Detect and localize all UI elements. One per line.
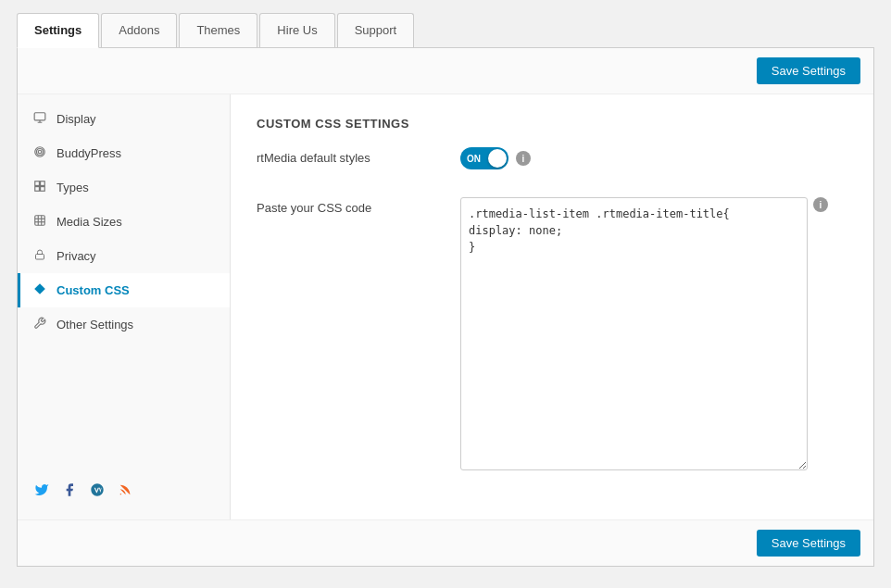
sidebar-item-other-settings[interactable]: Other Settings <box>18 307 230 342</box>
bottom-bar: Save Settings <box>18 519 873 566</box>
svg-rect-6 <box>35 187 40 192</box>
tab-settings[interactable]: Settings <box>17 13 99 48</box>
facebook-icon[interactable] <box>60 481 79 499</box>
wrench-icon <box>32 317 47 332</box>
save-settings-button-bottom[interactable]: Save Settings <box>757 530 860 557</box>
sidebar-item-buddypress[interactable]: BuddyPress <box>18 136 230 170</box>
svg-rect-4 <box>35 181 40 186</box>
toggle-on-label: ON <box>467 154 481 164</box>
tab-themes[interactable]: Themes <box>179 13 257 47</box>
lock-icon <box>32 248 47 264</box>
sidebar: Display BuddyPress Types <box>18 94 231 519</box>
svg-rect-7 <box>41 187 45 192</box>
top-bar: Save Settings <box>18 48 873 94</box>
svg-point-1 <box>38 150 42 154</box>
save-settings-button-top[interactable]: Save Settings <box>757 57 860 84</box>
css-code-label: Paste your CSS code <box>257 197 460 215</box>
sidebar-item-media-sizes[interactable]: Media Sizes <box>18 205 230 239</box>
tab-addons[interactable]: Addons <box>101 13 177 47</box>
types-icon <box>32 180 47 195</box>
wordpress-icon[interactable] <box>88 481 107 499</box>
diamond-icon <box>32 282 47 298</box>
svg-rect-0 <box>34 113 45 120</box>
tab-support[interactable]: Support <box>337 13 415 47</box>
rtmedia-default-styles-label: rtMedia default styles <box>257 147 460 165</box>
rss-icon[interactable] <box>116 481 134 499</box>
main-panel: Save Settings Display <box>17 48 874 567</box>
media-sizes-icon <box>32 214 47 230</box>
css-textarea[interactable]: .rtmedia-list-item .rtmedia-item-title{ … <box>460 197 808 470</box>
svg-rect-13 <box>36 255 44 260</box>
sidebar-item-types[interactable]: Types <box>18 170 230 205</box>
twitter-icon[interactable] <box>32 481 51 499</box>
section-title: CUSTOM CSS SETTINGS <box>257 117 847 131</box>
svg-rect-5 <box>41 181 45 186</box>
sidebar-item-display[interactable]: Display <box>18 102 230 136</box>
sidebar-item-privacy[interactable]: Privacy <box>18 239 230 273</box>
toggle-switch[interactable]: ON <box>460 147 508 169</box>
svg-marker-14 <box>34 283 45 294</box>
svg-rect-8 <box>35 216 45 226</box>
toggle-control: ON i <box>460 147 531 169</box>
rtmedia-default-styles-row: rtMedia default styles ON i <box>257 147 847 179</box>
svg-point-3 <box>37 149 44 156</box>
toggle-info-icon[interactable]: i <box>516 151 531 166</box>
css-textarea-wrap: .rtmedia-list-item .rtmedia-item-title{ … <box>460 197 828 470</box>
tab-hire-us[interactable]: Hire Us <box>259 13 334 47</box>
svg-point-15 <box>120 494 121 494</box>
toggle-background: ON <box>460 147 508 169</box>
toggle-knob <box>488 149 507 168</box>
sidebar-nav: Display BuddyPress Types <box>18 102 230 468</box>
monitor-icon <box>32 111 47 127</box>
social-icons <box>18 468 230 512</box>
buddypress-icon <box>32 145 47 161</box>
css-info-icon[interactable]: i <box>813 197 828 212</box>
css-code-row: Paste your CSS code .rtmedia-list-item .… <box>257 197 847 480</box>
tabs-bar: Settings Addons Themes Hire Us Support <box>17 13 874 48</box>
page-wrapper: Settings Addons Themes Hire Us Support S… <box>0 0 891 588</box>
content-area: Display BuddyPress Types <box>18 94 873 519</box>
main-content: CUSTOM CSS SETTINGS rtMedia default styl… <box>231 94 873 519</box>
sidebar-item-custom-css[interactable]: Custom CSS <box>18 273 230 307</box>
